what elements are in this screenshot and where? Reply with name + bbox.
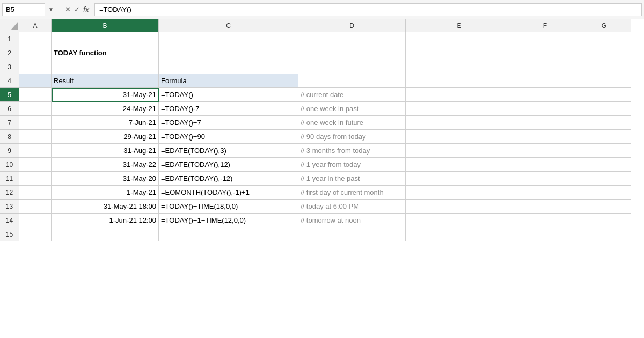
cell-a2[interactable] <box>19 46 52 60</box>
col-header-g[interactable]: G <box>577 19 631 32</box>
row-header-14[interactable]: 14 <box>0 214 19 227</box>
cell-g8[interactable] <box>577 130 631 144</box>
cell-g4[interactable] <box>577 74 631 88</box>
cell-b13[interactable]: 31-May-21 18:00 <box>52 200 159 214</box>
col-header-b[interactable]: B <box>52 19 159 32</box>
cell-f14[interactable] <box>513 214 577 227</box>
cell-e13[interactable] <box>406 200 513 214</box>
cell-g3[interactable] <box>577 60 631 74</box>
cell-f15[interactable] <box>513 227 577 241</box>
cell-f11[interactable] <box>513 172 577 186</box>
cell-f2[interactable] <box>513 46 577 60</box>
cell-e12[interactable] <box>406 186 513 200</box>
cell-d9[interactable]: // 3 months from today <box>298 144 406 158</box>
cell-b8[interactable]: 29-Aug-21 <box>52 130 159 144</box>
cell-b4[interactable]: Result <box>52 74 159 88</box>
cell-c4[interactable]: Formula <box>159 74 298 88</box>
cancel-icon[interactable]: ✕ <box>65 5 71 13</box>
fx-icon[interactable]: fx <box>83 5 89 14</box>
row-header-13[interactable]: 13 <box>0 200 19 214</box>
cell-d6[interactable]: // one week in past <box>298 102 406 116</box>
cell-d5[interactable]: // current date <box>298 88 406 102</box>
cell-e10[interactable] <box>406 158 513 172</box>
cell-a4[interactable] <box>19 74 52 88</box>
cell-f7[interactable] <box>513 116 577 130</box>
cell-d10[interactable]: // 1 year from today <box>298 158 406 172</box>
col-header-e[interactable]: E <box>406 19 513 32</box>
cell-b14[interactable]: 1-Jun-21 12:00 <box>52 214 159 227</box>
cell-a7[interactable] <box>19 116 52 130</box>
cell-c9[interactable]: =EDATE(TODAY(),3) <box>159 144 298 158</box>
row-header-1[interactable]: 1 <box>0 32 19 46</box>
cell-f5[interactable] <box>513 88 577 102</box>
cell-a12[interactable] <box>19 186 52 200</box>
cell-f10[interactable] <box>513 158 577 172</box>
cell-a3[interactable] <box>19 60 52 74</box>
cell-g13[interactable] <box>577 200 631 214</box>
cell-c11[interactable]: =EDATE(TODAY(),-12) <box>159 172 298 186</box>
cell-c3[interactable] <box>159 60 298 74</box>
cell-d3[interactable] <box>298 60 406 74</box>
formula-input[interactable]: =TODAY() <box>94 3 642 16</box>
cell-a14[interactable] <box>19 214 52 227</box>
cell-c2[interactable] <box>159 46 298 60</box>
cell-g15[interactable] <box>577 227 631 241</box>
row-header-5[interactable]: 5 <box>0 88 19 102</box>
col-header-c[interactable]: C <box>159 19 298 32</box>
cell-d14[interactable]: // tomorrow at noon <box>298 214 406 227</box>
cell-a9[interactable] <box>19 144 52 158</box>
cell-g14[interactable] <box>577 214 631 227</box>
cell-d4[interactable] <box>298 74 406 88</box>
row-header-8[interactable]: 8 <box>0 130 19 144</box>
cell-e7[interactable] <box>406 116 513 130</box>
cell-g9[interactable] <box>577 144 631 158</box>
cell-c10[interactable]: =EDATE(TODAY(),12) <box>159 158 298 172</box>
cell-reference-box[interactable]: B5 <box>2 3 45 16</box>
cell-e9[interactable] <box>406 144 513 158</box>
cell-d15[interactable] <box>298 227 406 241</box>
cell-a8[interactable] <box>19 130 52 144</box>
cell-g6[interactable] <box>577 102 631 116</box>
cell-c14[interactable]: =TODAY()+1+TIME(12,0,0) <box>159 214 298 227</box>
row-header-9[interactable]: 9 <box>0 144 19 158</box>
row-header-10[interactable]: 10 <box>0 158 19 172</box>
cell-f6[interactable] <box>513 102 577 116</box>
cell-b3[interactable] <box>52 60 159 74</box>
cell-e5[interactable] <box>406 88 513 102</box>
col-header-f[interactable]: F <box>513 19 577 32</box>
cell-e6[interactable] <box>406 102 513 116</box>
row-header-11[interactable]: 11 <box>0 172 19 186</box>
cell-ref-dropdown-icon[interactable]: ▼ <box>47 6 55 12</box>
row-header-15[interactable]: 15 <box>0 227 19 241</box>
row-header-6[interactable]: 6 <box>0 102 19 116</box>
cell-g10[interactable] <box>577 158 631 172</box>
row-header-12[interactable]: 12 <box>0 186 19 200</box>
col-header-a[interactable]: A <box>19 19 52 32</box>
cell-c12[interactable]: =EOMONTH(TODAY(),-1)+1 <box>159 186 298 200</box>
col-header-d[interactable]: D <box>298 19 406 32</box>
cell-b1[interactable] <box>52 32 159 46</box>
cell-b2[interactable]: TODAY function <box>52 46 159 60</box>
cell-c15[interactable] <box>159 227 298 241</box>
cell-g5[interactable] <box>577 88 631 102</box>
confirm-icon[interactable]: ✓ <box>74 5 80 13</box>
cell-g11[interactable] <box>577 172 631 186</box>
cell-f3[interactable] <box>513 60 577 74</box>
cell-a6[interactable] <box>19 102 52 116</box>
cell-b9[interactable]: 31-Aug-21 <box>52 144 159 158</box>
cell-f12[interactable] <box>513 186 577 200</box>
cell-c5[interactable]: =TODAY() <box>159 88 298 102</box>
cell-b12[interactable]: 1-May-21 <box>52 186 159 200</box>
cell-b5[interactable]: 31-May-21 <box>52 88 159 102</box>
cell-a13[interactable] <box>19 200 52 214</box>
cell-d13[interactable]: // today at 6:00 PM <box>298 200 406 214</box>
cell-e4[interactable] <box>406 74 513 88</box>
cell-f13[interactable] <box>513 200 577 214</box>
cell-b7[interactable]: 7-Jun-21 <box>52 116 159 130</box>
cell-e11[interactable] <box>406 172 513 186</box>
cell-c7[interactable]: =TODAY()+7 <box>159 116 298 130</box>
cell-e14[interactable] <box>406 214 513 227</box>
cell-a1[interactable] <box>19 32 52 46</box>
cell-a5[interactable] <box>19 88 52 102</box>
cell-f1[interactable] <box>513 32 577 46</box>
